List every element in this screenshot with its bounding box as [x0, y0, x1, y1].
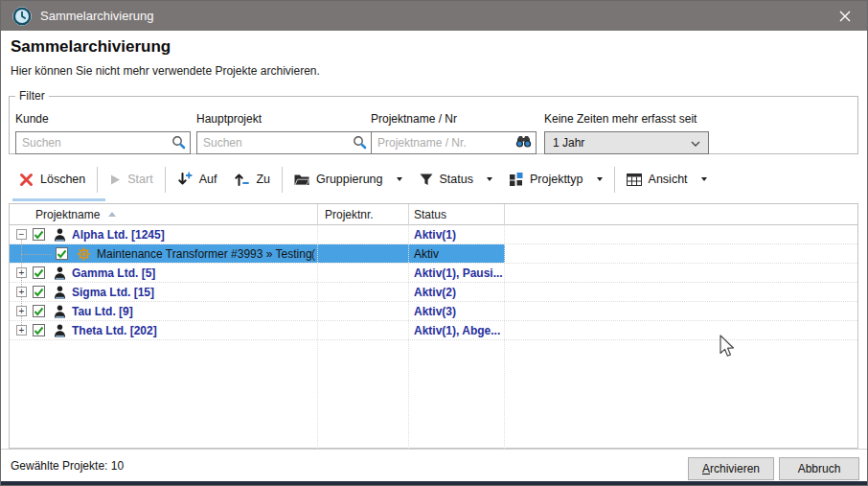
status-cell: Aktiv — [409, 244, 505, 263]
toolbar-separator — [614, 167, 615, 193]
expand-expander-icon[interactable]: + — [16, 325, 27, 336]
projektname-label: Projektname / Nr — [371, 112, 537, 126]
dropdown-caret-icon — [701, 177, 707, 181]
table-row[interactable]: +Sigma Ltd. [15]Aktiv(2) — [10, 283, 857, 302]
column-gridline — [504, 225, 505, 449]
projektname-cell: Maintenance Transformer #3993 » Testing( — [10, 244, 318, 263]
table-row[interactable]: Maintenance Transformer #3993 » Testing(… — [10, 244, 857, 264]
row-checkbox[interactable] — [33, 324, 45, 336]
status-label: Status — [440, 173, 473, 186]
play-icon — [109, 174, 121, 186]
page-title: Sammelarchivierung — [11, 37, 171, 57]
loeschen-button[interactable]: Löschen — [11, 168, 94, 192]
row-checkbox[interactable] — [33, 228, 45, 241]
customer-person-icon — [54, 286, 66, 299]
status-cell: Aktiv(1) — [409, 225, 505, 243]
mouse-cursor — [720, 335, 736, 359]
projektname-input[interactable] — [371, 131, 537, 154]
projektnr-cell — [318, 264, 409, 282]
filler-cell — [505, 302, 857, 320]
hauptprojekt-search-input[interactable] — [196, 131, 372, 154]
column-label: Projektnr. — [325, 208, 374, 221]
sammelarchivierung-dialog: Sammelarchivierung Sammelarchivierung Hi… — [0, 0, 868, 486]
tree-connector — [21, 244, 54, 263]
titlebar[interactable]: Sammelarchivierung — [1, 1, 867, 31]
column-gridline — [408, 225, 409, 449]
zeitraum-label: Keine Zeiten mehr erfasst seit — [544, 112, 709, 126]
dropdown-caret-icon — [487, 177, 492, 181]
expand-expander-icon[interactable]: + — [16, 287, 27, 297]
search-icon[interactable] — [353, 135, 367, 150]
table-view-icon — [627, 174, 642, 186]
row-checkbox[interactable] — [56, 247, 68, 260]
expand-expander-icon[interactable]: + — [16, 306, 27, 316]
check-icon — [34, 307, 44, 316]
filler-cell — [505, 283, 857, 301]
loeschen-label: Löschen — [40, 173, 85, 186]
filter-funnel-icon — [420, 174, 433, 186]
archivieren-button[interactable]: Archivieren — [688, 457, 774, 480]
search-icon[interactable] — [171, 135, 186, 150]
collapse-expander-icon[interactable]: − — [16, 229, 27, 240]
truncated-text: ( — [311, 247, 315, 261]
table-row[interactable]: +Tau Ltd. [9]Aktiv(3) — [10, 302, 857, 321]
kunde-field: Kunde — [15, 112, 191, 154]
zeitraum-select[interactable]: 1 Jahr — [544, 131, 709, 154]
ansicht-button[interactable]: Ansicht — [618, 168, 716, 191]
status-cell: Aktiv(3) — [409, 302, 505, 320]
gruppierung-label: Gruppierung — [316, 173, 383, 186]
customer-person-icon — [54, 324, 66, 337]
customer-person-icon — [54, 266, 66, 280]
column-header-status[interactable]: Status — [409, 204, 505, 225]
check-icon — [34, 288, 44, 297]
customer-person-icon — [54, 305, 66, 318]
projektnr-cell — [318, 321, 409, 339]
check-icon — [34, 230, 44, 240]
gruppierung-button[interactable]: Gruppierung — [286, 168, 411, 191]
column-label: Status — [414, 208, 446, 221]
filter-groupbox: Filter Kunde Hauptprojekt — [9, 89, 858, 154]
folder-icon — [294, 174, 309, 186]
customer-person-icon — [54, 228, 66, 242]
expand-all-icon — [177, 172, 193, 187]
toolbar: Löschen Start Auf — [9, 160, 858, 198]
toolbar-scrollbar-thumb[interactable] — [12, 198, 105, 201]
project-gear-icon — [77, 247, 91, 261]
toolbar-separator — [97, 167, 98, 193]
row-checkbox[interactable] — [33, 266, 45, 279]
table-row[interactable]: −Alpha Ltd. [1245]Aktiv(1) — [10, 225, 857, 244]
status-cell: Aktiv(2) — [409, 283, 505, 301]
projects-table: Projektname Projektnr. Status −Alpha Ltd… — [9, 203, 858, 449]
projektname-cell: +Tau Ltd. [9] — [10, 302, 318, 320]
status-cell: Aktiv(1), Pausi... — [409, 264, 505, 282]
window-title: Sammelarchivierung — [40, 9, 154, 23]
hauptprojekt-label: Hauptprojekt — [196, 112, 372, 126]
table-row[interactable]: +Gamma Ltd. [5]Aktiv(1), Pausi... — [10, 264, 857, 283]
collapse-all-icon — [234, 172, 249, 187]
close-button[interactable] — [823, 1, 867, 31]
expand-expander-icon[interactable]: + — [16, 267, 27, 278]
kunde-search-input[interactable] — [15, 131, 191, 154]
auf-label: Auf — [199, 173, 217, 186]
column-header-projektnr[interactable]: Projektnr. — [318, 204, 409, 225]
projektnr-cell — [318, 302, 409, 320]
start-button[interactable]: Start — [101, 168, 161, 191]
auf-button[interactable]: Auf — [169, 167, 226, 192]
clock-app-icon — [12, 7, 32, 26]
row-checkbox[interactable] — [33, 305, 45, 317]
filter-legend: Filter — [15, 89, 49, 103]
projekttyp-button[interactable]: Projekttyp — [501, 168, 611, 191]
sort-ascending-icon — [108, 212, 116, 217]
status-cell: Aktiv(1), Abge... — [409, 321, 505, 339]
filler-cell — [505, 264, 857, 282]
status-button[interactable]: Status — [411, 168, 501, 191]
check-icon — [34, 268, 44, 278]
projektnr-cell — [318, 244, 409, 263]
row-checkbox[interactable] — [33, 286, 45, 298]
zu-button[interactable]: Zu — [225, 167, 279, 192]
kunde-label: Kunde — [15, 112, 191, 126]
column-header-projektname[interactable]: Projektname — [10, 204, 318, 225]
projektname-cell: −Alpha Ltd. [1245] — [10, 225, 318, 243]
abbruch-button[interactable]: Abbruch — [779, 457, 859, 480]
dropdown-caret-icon — [397, 177, 402, 181]
